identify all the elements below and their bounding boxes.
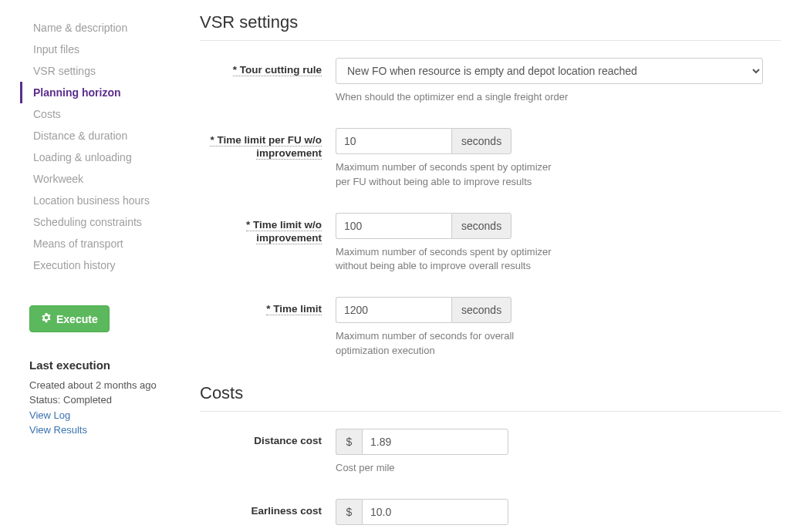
execute-button[interactable]: Execute: [29, 305, 110, 332]
sidebar-item[interactable]: VSR settings: [20, 60, 184, 82]
last-execution-status: Status: Completed: [29, 392, 184, 408]
help-time-limit: Maximum number of seconds for overall op…: [336, 329, 567, 359]
sidebar-item[interactable]: Location business hours: [20, 190, 184, 211]
section-heading-vsr: VSR settings: [200, 11, 781, 40]
sidebar-item[interactable]: Loading & unloading: [20, 146, 184, 168]
row-time-limit-no-improve: * Time limit w/o improvement seconds Max…: [200, 213, 781, 274]
section-heading-costs: Costs: [200, 382, 781, 411]
label-earliness-cost: Earliness cost: [200, 499, 336, 518]
label-time-limit-no-improve: * Time limit w/o improvement: [200, 213, 336, 245]
sidebar-item[interactable]: Distance & duration: [20, 125, 184, 146]
sidebar-item[interactable]: Name & description: [20, 17, 184, 39]
help-distance-cost: Cost per mile: [336, 461, 567, 476]
tour-cutting-select[interactable]: New FO when resource is empty and depot …: [336, 58, 763, 84]
currency-symbol: $: [336, 499, 362, 525]
sidebar-item[interactable]: Workweek: [20, 168, 184, 190]
sidebar-item[interactable]: Costs: [20, 103, 184, 125]
time-limit-no-improve-input[interactable]: [336, 213, 451, 239]
currency-symbol: $: [336, 429, 362, 455]
label-tour-cutting: * Tour cutting rule: [200, 58, 336, 77]
view-log-link[interactable]: View Log: [29, 408, 184, 423]
time-limit-fu-input[interactable]: [336, 128, 451, 154]
row-time-limit: * Time limit seconds Maximum number of s…: [200, 297, 781, 359]
row-time-limit-fu: * Time limit per FU w/o improvement seco…: [200, 128, 781, 190]
sidebar-item[interactable]: Means of transport: [20, 233, 184, 254]
unit-seconds: seconds: [451, 128, 511, 154]
last-execution-heading: Last execution: [29, 357, 184, 375]
unit-seconds: seconds: [451, 297, 511, 323]
divider: [200, 411, 781, 412]
help-time-limit-no-improve: Maximum number of seconds spent by optim…: [336, 245, 567, 274]
sidebar-item[interactable]: Execution history: [20, 254, 184, 276]
sidebar-nav: Name & descriptionInput filesVSR setting…: [19, 17, 184, 276]
label-time-limit-fu: * Time limit per FU w/o improvement: [200, 128, 336, 160]
label-distance-cost: Distance cost: [200, 429, 336, 448]
help-time-limit-fu: Maximum number of seconds spent by optim…: [336, 160, 567, 190]
view-results-link[interactable]: View Results: [29, 423, 184, 438]
execute-button-label: Execute: [56, 313, 98, 325]
gear-icon: [41, 312, 52, 325]
help-tour-cutting: When should the optimizer end a single f…: [336, 90, 768, 105]
unit-seconds: seconds: [451, 213, 511, 239]
sidebar-item[interactable]: Scheduling constraints: [20, 211, 184, 233]
sidebar: Name & descriptionInput filesVSR setting…: [19, 11, 184, 532]
divider: [200, 40, 781, 41]
time-limit-input[interactable]: [336, 297, 451, 323]
row-distance-cost: Distance cost $ Cost per mile: [200, 429, 781, 476]
row-tour-cutting: * Tour cutting rule New FO when resource…: [200, 58, 781, 105]
distance-cost-input[interactable]: [362, 429, 508, 455]
last-execution-panel: Last execution Created about 2 months ag…: [29, 357, 184, 438]
row-earliness-cost: Earliness cost $ Cost per day per FU for…: [200, 499, 781, 532]
last-execution-created: Created about 2 months ago: [29, 378, 184, 393]
main-form: VSR settings * Tour cutting rule New FO …: [184, 11, 784, 532]
sidebar-item[interactable]: Input files: [20, 39, 184, 60]
label-time-limit: * Time limit: [200, 297, 336, 316]
earliness-cost-input[interactable]: [362, 499, 508, 525]
sidebar-item[interactable]: Planning horizon: [20, 82, 184, 103]
